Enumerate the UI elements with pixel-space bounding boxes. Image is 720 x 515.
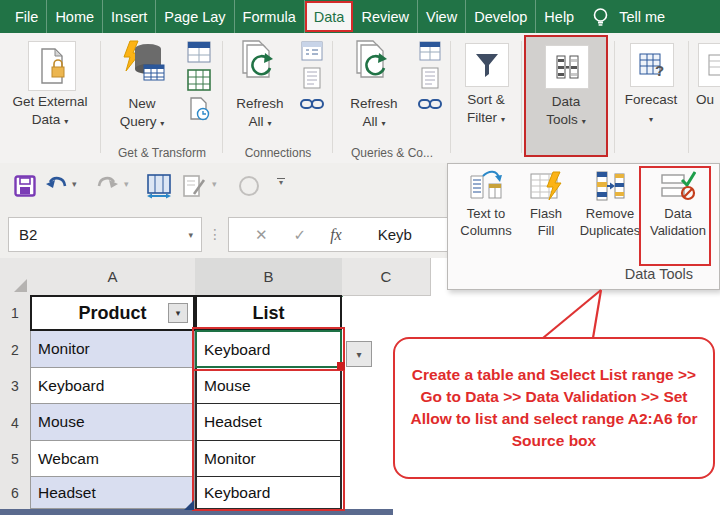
- forecast-button[interactable]: ? Forecast ▾: [616, 33, 686, 163]
- cell-b6[interactable]: Keyboard: [195, 477, 342, 509]
- data-tools-flyout-panel: Text toColumns FlashFill: [447, 163, 720, 290]
- red-corner-marker: [337, 362, 345, 370]
- tell-me-box[interactable]: Tell me: [582, 0, 675, 33]
- text-to-columns-icon: [469, 170, 503, 202]
- column-header-b[interactable]: B: [195, 258, 343, 297]
- from-table-icon[interactable]: [187, 41, 211, 63]
- new-query-icon: [116, 39, 168, 91]
- connection-properties-icon[interactable]: [301, 41, 323, 61]
- cell-a2[interactable]: Monitor: [30, 331, 195, 368]
- undo-dropdown-chevron[interactable]: ▾: [72, 179, 77, 189]
- funnel-icon: [465, 43, 509, 87]
- column-header-c[interactable]: C: [342, 258, 431, 296]
- cell-a6[interactable]: Headset: [30, 477, 195, 509]
- row-header-6[interactable]: 6: [0, 477, 31, 510]
- customize-qat-button[interactable]: ▾: [276, 178, 286, 187]
- data-validation-icon: [660, 170, 696, 202]
- cell-b1[interactable]: List: [195, 295, 342, 331]
- tab-developer[interactable]: Develop: [466, 0, 536, 33]
- group-separator: [614, 41, 615, 153]
- row-header-4[interactable]: 4: [0, 404, 31, 442]
- cell-a4[interactable]: Mouse: [30, 404, 195, 441]
- name-box-value: B2: [9, 226, 37, 243]
- circle-icon[interactable]: [238, 175, 260, 197]
- cell-b5[interactable]: Monitor: [195, 441, 342, 477]
- tab-page-layout[interactable]: Page Lay: [156, 0, 234, 33]
- row-header-1[interactable]: 1: [0, 295, 31, 332]
- cancel-icon[interactable]: ✕: [255, 226, 268, 244]
- group-get-external-data[interactable]: Get External Data ▾: [2, 33, 98, 163]
- remove-duplicates-icon: [593, 170, 627, 202]
- data-tools-label: Data Tools ▾: [526, 93, 606, 129]
- data-validation-label: DataValidation: [646, 206, 710, 240]
- edit-links-icon[interactable]: [300, 95, 324, 113]
- properties-icon[interactable]: [302, 67, 322, 89]
- column-width-icon[interactable]: [146, 173, 172, 199]
- validation-dropdown-button[interactable]: ▾: [346, 341, 372, 367]
- new-query-button[interactable]: New Query ▾: [110, 39, 174, 131]
- redo-dropdown-chevron[interactable]: ▾: [124, 179, 129, 189]
- select-all-corner[interactable]: [0, 258, 31, 296]
- callout-pointer-lines: [533, 286, 617, 342]
- tab-view[interactable]: View: [418, 0, 466, 33]
- tab-home[interactable]: Home: [47, 0, 103, 33]
- data-validation-button[interactable]: DataValidation: [646, 170, 710, 240]
- group-separator: [222, 41, 223, 153]
- cell-a3[interactable]: Keyboard: [30, 368, 195, 404]
- recent-sources-icon[interactable]: [187, 97, 211, 121]
- annotation-callout: Create a table and Select List range >> …: [393, 337, 715, 479]
- formula-bar-resize-dots[interactable]: ⋮: [208, 217, 222, 250]
- remove-duplicates-label: RemoveDuplicates: [576, 206, 644, 240]
- fx-icon[interactable]: fx: [330, 226, 342, 244]
- tab-insert[interactable]: Insert: [103, 0, 156, 33]
- edit-links-icon[interactable]: [418, 95, 442, 113]
- redo-icon[interactable]: [96, 175, 120, 195]
- tab-help[interactable]: Help: [536, 0, 582, 33]
- edit-dropdown-chevron[interactable]: ▾: [212, 179, 217, 189]
- tab-review[interactable]: Review: [353, 0, 418, 33]
- get-external-data-label: Get External Data ▾: [2, 93, 98, 129]
- flash-fill-button[interactable]: FlashFill: [518, 170, 574, 240]
- group-separator: [332, 41, 333, 153]
- svg-text:?: ?: [655, 62, 664, 79]
- lightbulb-icon: [592, 7, 609, 27]
- sort-filter-button[interactable]: Sort & Filter ▾: [452, 33, 520, 163]
- outline-button[interactable]: Ou: [692, 33, 720, 163]
- properties-icon[interactable]: [420, 67, 440, 89]
- row-header-5[interactable]: 5: [0, 441, 31, 478]
- tab-formulas[interactable]: Formula: [235, 0, 305, 33]
- text-to-columns-button[interactable]: Text toColumns: [456, 170, 516, 240]
- name-box[interactable]: B2 ▾: [8, 217, 202, 252]
- autofilter-dropdown-button[interactable]: ▾: [168, 303, 188, 323]
- group-get-transform: New Query ▾ Get & Transform: [102, 33, 222, 163]
- outline-label: Ou: [696, 91, 714, 109]
- text-to-columns-label: Text toColumns: [456, 206, 516, 240]
- undo-icon[interactable]: [44, 175, 68, 195]
- cell-b2[interactable]: Keyboard: [195, 331, 342, 368]
- refresh-all-button-2[interactable]: Refresh All ▾: [342, 39, 406, 131]
- edit-document-icon[interactable]: [182, 174, 206, 198]
- table-grid-icon[interactable]: [187, 69, 211, 91]
- column-header-a[interactable]: A: [30, 258, 196, 296]
- save-icon[interactable]: [14, 175, 36, 197]
- tab-data[interactable]: Data: [305, 1, 354, 32]
- enter-check-icon[interactable]: ✓: [294, 226, 307, 244]
- refresh-all-button[interactable]: Refresh All ▾: [228, 39, 292, 131]
- table-resize-handle[interactable]: [183, 499, 195, 511]
- select-all-triangle: [14, 279, 27, 292]
- row-header-3[interactable]: 3: [0, 368, 31, 405]
- group-separator: [688, 41, 689, 153]
- data-tools-icon: [545, 45, 589, 89]
- flash-fill-label: FlashFill: [518, 206, 574, 240]
- remove-duplicates-button[interactable]: RemoveDuplicates: [576, 170, 644, 240]
- cell-b3[interactable]: Mouse: [195, 368, 342, 404]
- cell-b4[interactable]: Headset: [195, 404, 342, 441]
- ribbon-tab-bar: File Home Insert Page Lay Formula Data R…: [0, 0, 720, 33]
- row-header-2[interactable]: 2: [0, 331, 31, 369]
- name-box-dropdown-arrow[interactable]: ▾: [188, 230, 201, 240]
- cell-a5[interactable]: Webcam: [30, 441, 195, 477]
- data-tools-button[interactable]: Data Tools ▾: [524, 35, 608, 157]
- group-label-queries: Queries & Co...: [334, 146, 450, 160]
- show-queries-icon[interactable]: [419, 41, 441, 61]
- tab-file[interactable]: File: [0, 0, 47, 33]
